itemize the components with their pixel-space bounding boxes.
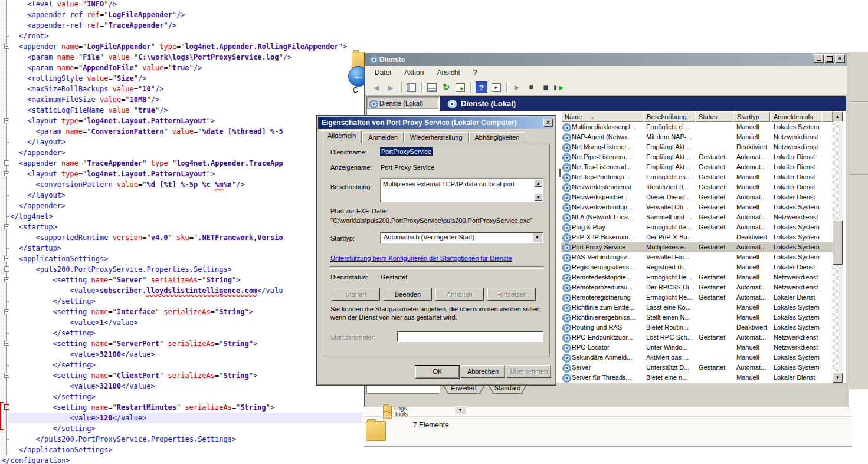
table-row[interactable]: NLA (Network Loca...Sammelt und ...Gesta…	[561, 212, 833, 222]
close-icon[interactable]: ×	[543, 119, 553, 127]
fold-toggle-icon[interactable]: −	[4, 341, 9, 346]
service-name-value[interactable]: PortProxyService	[380, 147, 433, 156]
table-row[interactable]: PnP-X-IP-Busenum...Der PnP-X-Bu...Deakti…	[561, 232, 833, 242]
start-service-icon[interactable]: ►	[510, 81, 523, 94]
column-header-starttyp[interactable]: Starttyp	[733, 111, 770, 122]
table-row[interactable]: Port Proxy ServiceMultiplexes e...Gestar…	[561, 242, 833, 252]
table-row[interactable]: NAP-Agent (Netwo...Mit dem NAP-...Manuel…	[561, 132, 833, 142]
code-line: <value>120</value>	[70, 413, 146, 423]
tab-allgemein[interactable]: Allgemein	[322, 130, 362, 143]
startup-options-help-link[interactable]: Unterstützung beim Konfigurieren der Sta…	[330, 255, 512, 262]
close-icon[interactable]: ×	[835, 54, 845, 63]
scroll-down-icon[interactable]: ▼	[534, 193, 542, 201]
export-list-icon[interactable]: ►	[454, 81, 467, 94]
dialog-titlebar[interactable]: Eigenschaften von Port Proxy Service (Lo…	[318, 117, 553, 129]
beenden-button[interactable]: Beenden	[384, 288, 432, 301]
service-desc-cell: Unter Windo...	[643, 343, 695, 353]
description-field[interactable]: Multiplexes external TCP/IP data on loca…	[380, 178, 543, 202]
show-console-tree-icon[interactable]: ►	[490, 81, 503, 94]
table-row[interactable]: Net.Tcp-Portfreiga...Ermöglicht es...Ges…	[561, 172, 833, 182]
fold-toggle-icon[interactable]: −	[4, 171, 9, 176]
ok-button[interactable]: OK	[415, 365, 460, 379]
maximize-button[interactable]	[824, 54, 834, 63]
scrollbar-down-button[interactable]: ▼	[833, 373, 843, 383]
startup-type-combobox[interactable]: Automatisch (Verzögerter Start) ▼	[380, 232, 543, 243]
gear-icon	[562, 254, 571, 262]
service-name-cell: RAS-Verbindungsv...	[561, 252, 643, 262]
services-icon	[369, 100, 378, 108]
table-row[interactable]: Sekundäre Anmeld...Aktiviert das ...Manu…	[561, 353, 833, 363]
service-name-cell: Remotedesktopdie...	[561, 272, 643, 282]
pause-service-icon[interactable]: ▮▮	[539, 81, 552, 94]
table-row[interactable]: Net.Msmq-Listener...Empfängt Akt...Deakt…	[561, 142, 833, 152]
scroll-up-icon[interactable]: ▲	[534, 179, 542, 187]
service-desc-cell: Verwaltet Ein...	[643, 252, 695, 262]
restart-service-icon[interactable]: ▮►	[553, 81, 566, 94]
table-row[interactable]: Net.Pipe-Listenera...Empfängt Akt...Gest…	[561, 152, 833, 162]
table-row[interactable]: RAS-Verbindungsv...Verwaltet Ein...Manue…	[561, 252, 833, 262]
chevron-down-icon[interactable]: ▼	[454, 406, 466, 414]
table-row[interactable]: Richtlinie zum Entfe...Lässt eine Ko...M…	[561, 302, 833, 312]
table-row[interactable]: ServerUnterstützt D...GestartetAutomat..…	[561, 363, 833, 373]
current-line-highlight	[8, 413, 362, 423]
table-row[interactable]: Netzwerkverbindun...Verwaltet Ob...Gesta…	[561, 202, 833, 212]
table-row[interactable]: Remoteprozedurau...Der RPCSS-Di...Gestar…	[561, 282, 833, 292]
table-row[interactable]: Routing und RASBietet Routin...Deaktivie…	[561, 323, 833, 333]
fold-toggle-icon[interactable]: −	[4, 266, 9, 272]
stop-service-icon[interactable]: ■	[525, 81, 538, 94]
minimize-button[interactable]	[814, 54, 824, 63]
table-row[interactable]: Registrierungsdiens...Registriert di...M…	[561, 262, 833, 272]
table-row[interactable]: Plug & PlayErmöglicht de...GestartetAuto…	[561, 222, 833, 232]
menu-help[interactable]: ?	[473, 66, 477, 80]
table-row[interactable]: NetzwerklistendienstIdentifiziert d...Ge…	[561, 182, 833, 192]
fold-toggle-icon[interactable]: −	[4, 404, 9, 410]
fold-toggle-icon[interactable]: −	[4, 44, 9, 49]
service-logon-cell: Netzwerkdienst	[770, 343, 829, 353]
menu-datei[interactable]: Datei	[375, 66, 391, 80]
properties-icon[interactable]	[425, 81, 438, 94]
code-line: </applicationSettings>	[19, 445, 113, 455]
scrollbar-thumb[interactable]	[833, 220, 843, 265]
menu-ansicht[interactable]: Ansicht	[437, 66, 460, 80]
table-row[interactable]: Netzwerkspeicher-...Dieser Dienst...Gest…	[561, 192, 833, 202]
table-row[interactable]: RemoteregistrierungErmöglicht Re...Gesta…	[561, 292, 833, 302]
editor-selection-margin	[0, 0, 6, 464]
column-header-beschreibung[interactable]: Beschreibung	[643, 111, 695, 122]
chevron-down-icon[interactable]: ▼	[532, 233, 542, 242]
display-name-label: Anzeigename:	[330, 164, 372, 171]
column-header-name[interactable]: Name▲	[561, 111, 643, 122]
tab-wiederherstellung[interactable]: Wiederherstellung	[404, 132, 469, 143]
fold-toggle-icon[interactable]: −	[4, 160, 9, 166]
table-row[interactable]: Net.Tcp-Listenerad...Empfängt Akt...Gest…	[561, 162, 833, 172]
menu-aktion[interactable]: Aktion	[404, 66, 424, 80]
fold-toggle-icon[interactable]: −	[4, 118, 9, 123]
help-icon[interactable]: ?	[476, 81, 487, 93]
refresh-icon[interactable]: ↻	[440, 81, 453, 94]
tab-abhangigkeiten[interactable]: Abhängigkeiten	[469, 132, 526, 143]
forward-icon[interactable]: ►	[384, 81, 397, 94]
cancel-button[interactable]: Abbrechen	[461, 365, 505, 378]
service-status-cell: Gestartet	[695, 172, 733, 182]
table-row[interactable]: RPC-LocatorUnter Windo...ManuellNetzwerk…	[561, 343, 833, 353]
services-window-titlebar[interactable]: Dienste	[365, 53, 847, 66]
scrollbar-up-button[interactable]: ▲	[833, 111, 843, 121]
fold-toggle-icon[interactable]: −	[4, 277, 9, 282]
table-row[interactable]: RPC-Endpunktzuor...Löst RPC-Sch...Gestar…	[561, 333, 833, 343]
tab-anmelden[interactable]: Anmelden	[362, 132, 404, 143]
code-line: </configuration>	[2, 455, 70, 464]
console-tree-icon[interactable]	[405, 81, 418, 94]
table-row[interactable]: Richtlinienergebniss...Stellt einen N...…	[561, 312, 833, 323]
table-row[interactable]: Remotedesktopdie...Ermöglicht Be...Gesta…	[561, 272, 833, 282]
back-icon[interactable]: ◄	[370, 81, 383, 94]
fold-toggle-icon[interactable]: −	[4, 309, 9, 314]
table-row[interactable]: Server für Threads...Bietet eine n...Man…	[561, 373, 833, 383]
tree-item-dienste-lokal[interactable]: Dienste (Lokal)	[367, 97, 438, 109]
column-header-filler[interactable]	[821, 111, 833, 122]
fold-toggle-icon[interactable]: −	[4, 373, 9, 378]
column-header-status[interactable]: Status	[695, 111, 733, 122]
fold-toggle-icon[interactable]: −	[4, 256, 9, 261]
service-startup-cell: Deaktiviert	[733, 142, 770, 152]
table-row[interactable]: Multimediaklassenpl...Ermöglicht ei...Ma…	[561, 122, 833, 132]
fold-toggle-icon[interactable]: −	[4, 224, 9, 229]
column-header-anmelden-als[interactable]: Anmelden als	[770, 111, 821, 122]
